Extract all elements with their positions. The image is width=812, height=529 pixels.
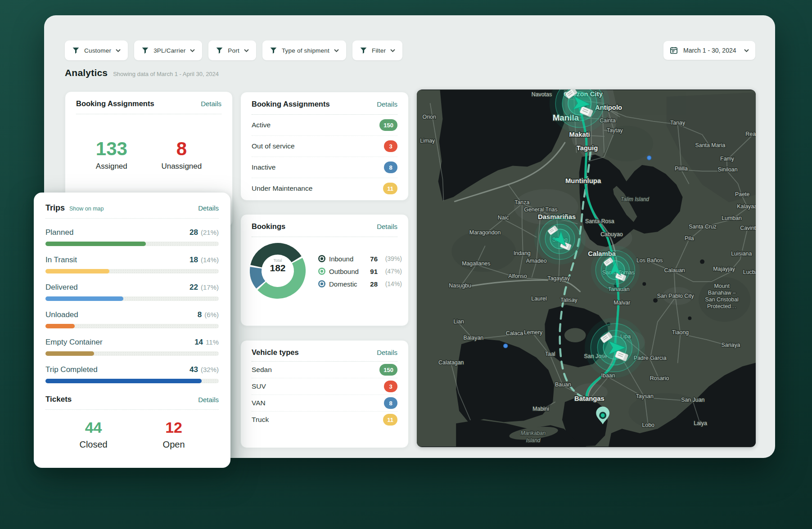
- details-link[interactable]: Details: [201, 100, 221, 108]
- filter-label: 3PL/Carrier: [153, 47, 185, 54]
- progress-track: [45, 296, 219, 301]
- progress-track: [45, 351, 219, 356]
- progress-track: [45, 242, 219, 246]
- page-title: Analytics: [65, 67, 108, 78]
- trip-row-delivered: Delivered 22(17%): [34, 283, 230, 301]
- unassigned-value: 8: [161, 139, 202, 158]
- details-link[interactable]: Details: [377, 100, 397, 108]
- map-place-label: Magallanes: [462, 260, 490, 267]
- map-place-label: Santa Cruz: [689, 224, 717, 230]
- vehicle-cluster-marker[interactable]: [534, 213, 586, 264]
- map-place-label: Island: [526, 437, 541, 444]
- trip-row-trip-completed: Trip Completed 43(32%): [34, 365, 230, 383]
- chevron-down-icon: [334, 49, 339, 52]
- assigned-label: Assigned: [96, 162, 127, 171]
- details-link[interactable]: Details: [198, 396, 219, 403]
- filter-bar: Customer 3PL/Carrier Port Type of shipme…: [65, 40, 402, 60]
- open-label: Open: [163, 439, 185, 450]
- vehicle-label: SUV: [252, 382, 266, 390]
- map-place-label: Rosario: [650, 375, 669, 381]
- status-label: Inactive: [252, 163, 275, 171]
- progress-fill: [45, 269, 109, 273]
- map-place-label: Siniloan: [718, 166, 738, 173]
- map-place-label: Luisiana: [731, 251, 752, 257]
- map-poi-dot: [504, 344, 508, 348]
- map-place-label: Los Baños: [636, 257, 663, 264]
- progress-track: [45, 379, 219, 383]
- map-place-label: Tagaytay: [547, 275, 570, 282]
- map-area-label: San Cristobal: [705, 296, 739, 303]
- map-place-label: Calauan: [664, 267, 685, 273]
- vehicle-cluster-marker[interactable]: [585, 318, 645, 378]
- assigned-value: 133: [96, 139, 127, 158]
- open-tickets-stat: 12 Open: [163, 420, 185, 450]
- date-range-picker[interactable]: March 1 - 30, 2024: [663, 41, 755, 60]
- status-row-inactive: Inactive 8: [241, 157, 408, 178]
- map-place-label: Taytay: [607, 127, 623, 134]
- map-place-label: General Trias: [524, 206, 557, 213]
- count-badge: 11: [383, 414, 397, 426]
- assigned-stat: 133 Assigned: [96, 139, 127, 171]
- closed-tickets-stat: 44 Closed: [79, 420, 107, 450]
- vehicle-types-card: Vehicle types Details Sedan 150 SUV 3 VA…: [240, 340, 409, 448]
- filter-label: Filter: [372, 47, 386, 54]
- map-place-label: Orion: [423, 114, 436, 120]
- map-place-label: Lemery: [524, 329, 543, 336]
- divider: [252, 237, 397, 237]
- map-place-label: Lian: [453, 318, 464, 325]
- show-on-map-link[interactable]: Show on map: [69, 206, 198, 212]
- map-place-label: San Juan: [681, 397, 704, 403]
- chevron-down-icon: [390, 49, 395, 52]
- vehicle-cluster-marker[interactable]: [591, 246, 640, 295]
- trips-card: Trips Show on map Details Planned 28(21%…: [34, 193, 230, 468]
- count-badge: 3: [384, 140, 397, 152]
- status-row-active: Active 150: [241, 115, 408, 135]
- legend-dot-icon: [318, 255, 325, 262]
- count-badge: 8: [384, 397, 397, 409]
- map-place-label: Taal: [545, 351, 555, 357]
- filter-3pl-carrier[interactable]: 3PL/Carrier: [134, 40, 202, 60]
- map-place-label: Laurel: [531, 296, 546, 302]
- details-link[interactable]: Details: [198, 204, 219, 212]
- page-header: Analytics Showing data of March 1 - Apri…: [65, 67, 219, 78]
- progress-track: [45, 324, 219, 328]
- vehicle-label: Sedan: [252, 366, 272, 374]
- map-place-label: Taysan: [636, 393, 654, 399]
- filter-generic[interactable]: Filter: [352, 40, 402, 60]
- map-place-label: Sariaya: [722, 342, 740, 348]
- progress-fill: [45, 324, 75, 328]
- progress-fill: [45, 242, 146, 246]
- count-badge: 11: [383, 183, 397, 194]
- filter-label: Customer: [84, 47, 111, 54]
- map-place-label: Limay: [420, 138, 435, 144]
- bookings-donut-chart: Total 182: [247, 240, 308, 301]
- details-link[interactable]: Details: [377, 223, 397, 230]
- filter-label: Port: [228, 47, 239, 54]
- filter-port[interactable]: Port: [208, 40, 256, 60]
- calendar-icon: [670, 46, 678, 54]
- filter-type-of-shipment[interactable]: Type of shipment: [262, 40, 346, 60]
- chevron-down-icon: [116, 49, 121, 52]
- fleet-map[interactable]: Quezon CityNavotasManilaMakatiTaguigMunt…: [417, 90, 756, 447]
- closed-value: 44: [79, 420, 107, 435]
- legend-dot-icon: [318, 280, 325, 287]
- map-poi-dot: [647, 156, 651, 160]
- filter-customer[interactable]: Customer: [65, 40, 128, 60]
- map-place-label: Batangas: [574, 395, 604, 402]
- progress-track: [45, 269, 219, 273]
- map-place-label: Alfonso: [508, 273, 527, 279]
- map-place-label: Santa Maria: [695, 142, 726, 148]
- details-link[interactable]: Details: [377, 349, 397, 356]
- map-place-label: San Pablo City: [657, 293, 695, 299]
- filter-label: Type of shipment: [282, 47, 329, 54]
- date-range-label: March 1 - 30, 2024: [683, 47, 739, 54]
- trip-row-planned: Planned 28(21%): [34, 228, 230, 246]
- funnel-icon: [270, 47, 277, 54]
- progress-fill: [45, 296, 123, 301]
- map-area-label: Protected…: [707, 303, 736, 309]
- map-place-label: Pila: [685, 235, 694, 242]
- map-area-label: Mount: [714, 283, 730, 289]
- map-place-label: Balayan: [463, 335, 483, 341]
- map-place-label: Maragondon: [469, 229, 501, 236]
- legend-item-inbound: Inbound 76 (39%): [318, 252, 402, 265]
